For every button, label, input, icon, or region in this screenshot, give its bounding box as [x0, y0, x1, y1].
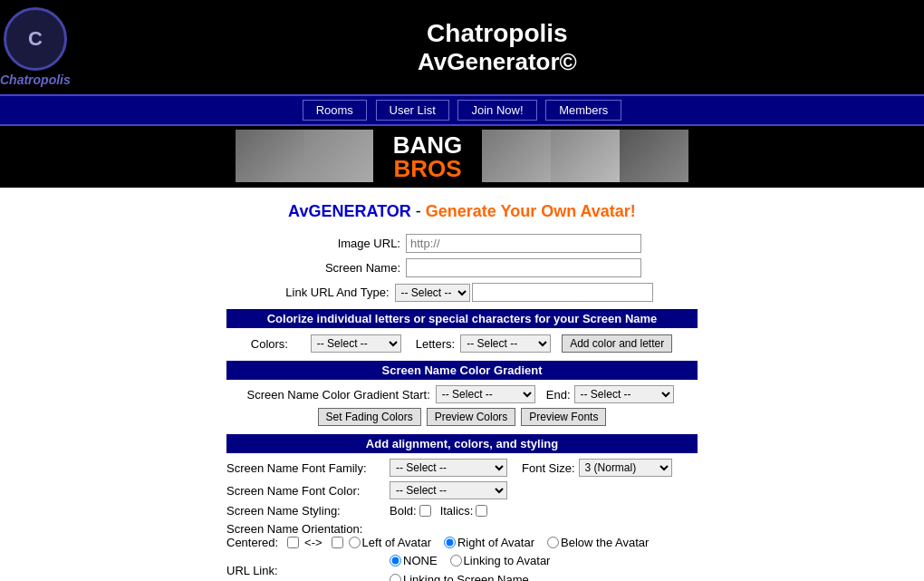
generator-name: AvGenerator© — [71, 48, 924, 76]
site-name: Chatropolis — [71, 19, 924, 48]
centered-checkbox[interactable] — [287, 537, 299, 548]
orientation-label: Screen Name Orientation: — [226, 522, 390, 536]
gradient-start-select[interactable]: -- Select -- RedBlueGreen — [436, 385, 535, 403]
letters-select[interactable]: -- Select -- ABC — [460, 334, 551, 353]
left-avatar-label: Left of Avatar — [362, 536, 431, 549]
link-screen-radio[interactable] — [390, 574, 401, 581]
nav-userlist[interactable]: User List — [376, 100, 449, 121]
italics-label: Italics: — [440, 504, 474, 518]
below-avatar-radio[interactable] — [547, 537, 559, 548]
link-type-select[interactable]: -- Select -- http:// https:// — [395, 284, 470, 302]
font-size-label: Font Size: — [522, 461, 575, 475]
preview-fonts-button[interactable]: Preview Fonts — [521, 408, 606, 426]
none-label: NONE — [403, 554, 438, 567]
logo-circle: C — [4, 7, 67, 71]
font-color-label: Screen Name Font Color: — [226, 484, 390, 498]
font-color-select[interactable]: -- Select -- RedBlueGreen — [390, 481, 507, 499]
gradient-end-label: End: — [546, 388, 571, 402]
logo-text: Chatropolis — [0, 73, 71, 87]
link-avatar-radio[interactable] — [450, 555, 462, 566]
set-fading-button[interactable]: Set Fading Colors — [318, 408, 421, 426]
nav-rooms[interactable]: Rooms — [303, 100, 367, 121]
below-avatar-label: Below the Avatar — [561, 536, 649, 549]
arrows-checkbox[interactable] — [332, 537, 343, 548]
arrows-label: <-> — [304, 536, 322, 549]
add-color-button[interactable]: Add color and letter — [562, 334, 672, 353]
font-family-label: Screen Name Font Family: — [226, 461, 390, 475]
font-family-select[interactable]: -- Select -- Arial Times New Roman Verda… — [390, 459, 507, 477]
bold-label: Bold: — [390, 504, 417, 518]
align-bar: Add alignment, colors, and styling — [226, 434, 698, 453]
page-heading: AvGENERATOR - Generate Your Own Avatar! — [18, 202, 906, 221]
italics-checkbox[interactable] — [476, 505, 487, 517]
link-url-input[interactable] — [472, 283, 653, 302]
gradient-end-select[interactable]: -- Select -- RedBlueGreen — [574, 385, 674, 403]
nav-joinnow[interactable]: Join Now! — [457, 100, 536, 121]
bold-checkbox[interactable] — [419, 505, 431, 517]
left-avatar-radio[interactable] — [349, 537, 361, 548]
url-link-label: URL Link: — [226, 564, 390, 577]
colors-select[interactable]: -- Select -- Red Blue Green Yellow Purpl… — [311, 334, 401, 353]
right-avatar-label: Right of Avatar — [457, 536, 534, 549]
styling-label: Screen Name Styling: — [226, 504, 390, 518]
colorize-bar: Colorize individual letters or special c… — [226, 309, 698, 328]
centered-label: Centered: — [226, 536, 278, 549]
banner: BANG BROS — [0, 126, 924, 188]
nav-members[interactable]: Members — [545, 100, 621, 121]
link-url-label: Link URL And Type: — [272, 286, 390, 299]
heading-gen: Generate Your Own Avatar! — [426, 202, 636, 220]
gradient-start-label: Screen Name Color Gradient Start: — [246, 388, 429, 402]
none-radio[interactable] — [390, 555, 401, 566]
link-screen-label: Linking to Screen Name — [403, 573, 529, 581]
copyright: © — [560, 48, 577, 75]
heading-av: AvGENERATOR — [288, 202, 411, 220]
preview-colors-button[interactable]: Preview Colors — [427, 408, 516, 426]
image-url-label: Image URL: — [283, 237, 400, 250]
link-avatar-label: Linking to Avatar — [464, 554, 551, 567]
colors-label: Colors: — [251, 337, 305, 351]
gradient-bar: Screen Name Color Gradient — [226, 361, 698, 380]
right-avatar-radio[interactable] — [444, 537, 456, 548]
main-nav: Rooms User List Join Now! Members — [0, 94, 924, 126]
screen-name-input[interactable] — [406, 258, 641, 277]
letters-label: Letters: — [416, 337, 455, 351]
logo-icon: C — [28, 27, 43, 51]
image-url-input[interactable] — [406, 234, 641, 253]
screen-name-label: Screen Name: — [283, 261, 400, 275]
font-size-select[interactable]: 1 (Tiny) 2 (Small) 3 (Normal) 4 (Large) … — [579, 459, 672, 477]
